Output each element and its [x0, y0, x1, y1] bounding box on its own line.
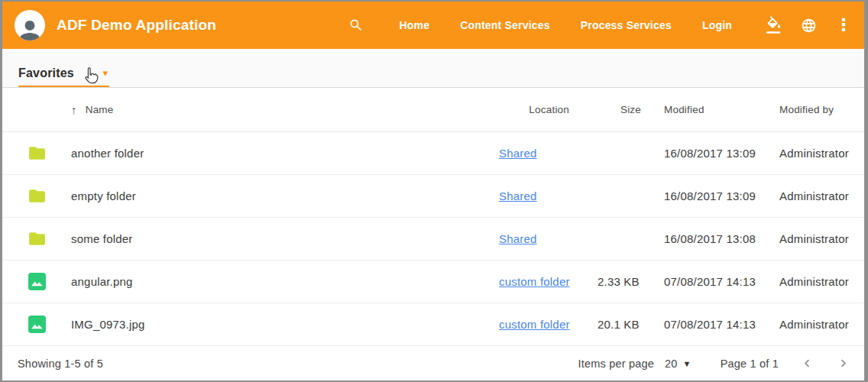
- app-header: ADF Demo Application Home Content Servic…: [2, 2, 864, 49]
- modified-by: Administrator: [779, 147, 864, 160]
- nav-content-services[interactable]: Content Services: [460, 11, 550, 39]
- file-type-cell: [28, 186, 71, 206]
- file-size: 20.1 KB: [598, 318, 664, 331]
- location-link[interactable]: Shared: [499, 147, 537, 160]
- sort-ascending-icon: ↑: [71, 103, 77, 116]
- chevron-right-icon: [836, 356, 850, 371]
- location-cell: Shared: [499, 232, 598, 245]
- file-name: IMG_0973.jpg: [71, 318, 499, 331]
- file-name: empty folder: [71, 189, 499, 202]
- caret-down-icon: ▾: [102, 70, 108, 77]
- location-cell: Shared: [499, 147, 598, 160]
- person-icon: [16, 16, 44, 40]
- location-link[interactable]: custom folder: [499, 318, 570, 331]
- folder-icon: [28, 186, 47, 206]
- modified-by: Administrator: [779, 275, 864, 288]
- file-name: some folder: [71, 232, 499, 245]
- theme-picker-button[interactable]: [766, 16, 782, 34]
- modified-date: 07/08/2017 14:13: [664, 318, 779, 331]
- file-type-cell: [28, 315, 71, 334]
- location-link[interactable]: custom folder: [499, 275, 570, 288]
- nav-home[interactable]: Home: [399, 11, 429, 39]
- image-icon: [28, 315, 47, 334]
- column-header-location[interactable]: Location: [499, 104, 598, 115]
- folder-icon: [28, 229, 47, 248]
- location-link[interactable]: Shared: [499, 232, 537, 245]
- view-toolbar: Favorites ▾: [2, 49, 864, 88]
- previous-page-button[interactable]: [800, 356, 815, 371]
- app-window: ADF Demo Application Home Content Servic…: [0, 0, 868, 382]
- kebab-menu-icon: ⋮: [835, 17, 847, 34]
- language-picker-button[interactable]: [801, 18, 817, 34]
- file-name: another folder: [71, 147, 499, 160]
- modified-date: 07/08/2017 14:13: [664, 275, 779, 288]
- file-type-cell: [28, 272, 71, 291]
- table-row[interactable]: another folder Shared 16/08/2017 13:09 A…: [2, 132, 864, 175]
- chevron-left-icon: [800, 356, 815, 371]
- modified-date: 16/08/2017 13:09: [664, 147, 779, 160]
- app-title: ADF Demo Application: [57, 17, 216, 34]
- caret-down-icon: ▼: [683, 359, 691, 368]
- table-header-row: ↑ Name Location Size Modified Modified b…: [2, 88, 864, 132]
- showing-label: Showing 1-5 of 5: [18, 358, 103, 370]
- file-name: angular.png: [71, 275, 499, 288]
- location-cell: Shared: [499, 189, 598, 202]
- items-per-page-select[interactable]: 20 ▼: [665, 358, 691, 370]
- paint-bucket-icon: [766, 16, 782, 34]
- pagination-controls: Items per page 20 ▼ Page 1 of 1: [578, 356, 850, 371]
- pagination-footer: Showing 1-5 of 5 Items per page 20 ▼ Pag…: [2, 346, 864, 380]
- location-cell: custom folder: [499, 318, 598, 331]
- more-menu-button[interactable]: ⋮: [835, 17, 847, 34]
- column-header-modified[interactable]: Modified: [664, 104, 779, 115]
- table-row[interactable]: some folder Shared 16/08/2017 13:08 Admi…: [2, 218, 864, 261]
- items-per-page-label: Items per page: [578, 358, 654, 370]
- table-row[interactable]: IMG_0973.jpg custom folder 20.1 KB 07/08…: [2, 303, 864, 346]
- globe-icon: [801, 18, 817, 34]
- header-actions: Home Content Services Process Services L…: [348, 11, 847, 39]
- search-icon: [348, 18, 364, 33]
- next-page-button[interactable]: [836, 356, 850, 371]
- table-row[interactable]: empty folder Shared 16/08/2017 13:09 Adm…: [2, 175, 864, 218]
- folder-icon: [28, 144, 47, 163]
- column-header-name[interactable]: ↑ Name: [71, 103, 499, 116]
- page-label: Page 1 of 1: [721, 358, 779, 370]
- nav-login[interactable]: Login: [702, 11, 732, 39]
- nav-process-services[interactable]: Process Services: [581, 11, 672, 39]
- favorites-dropdown-label: Favorites: [18, 66, 74, 80]
- modified-date: 16/08/2017 13:09: [664, 189, 779, 202]
- column-header-modified-by[interactable]: Modified by: [779, 104, 864, 115]
- file-size: 2.33 KB: [598, 275, 664, 288]
- column-header-size[interactable]: Size: [598, 104, 664, 115]
- location-cell: custom folder: [499, 275, 598, 288]
- image-icon: [28, 272, 47, 291]
- modified-by: Administrator: [779, 232, 864, 245]
- file-type-cell: [28, 229, 71, 248]
- favorites-dropdown[interactable]: Favorites ▾: [18, 66, 109, 87]
- modified-by: Administrator: [779, 189, 864, 202]
- location-link[interactable]: Shared: [499, 189, 537, 202]
- user-avatar[interactable]: [15, 10, 45, 40]
- table-body: another folder Shared 16/08/2017 13:09 A…: [2, 132, 864, 346]
- search-button[interactable]: [348, 18, 364, 33]
- modified-date: 16/08/2017 13:08: [664, 232, 779, 245]
- file-type-cell: [28, 144, 71, 163]
- modified-by: Administrator: [779, 318, 864, 331]
- items-per-page-value: 20: [665, 358, 678, 370]
- table-row[interactable]: angular.png custom folder 2.33 KB 07/08/…: [2, 261, 864, 303]
